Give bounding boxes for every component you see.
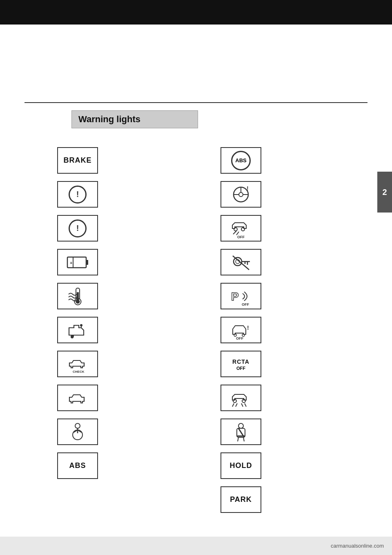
- left-column: BRAKE ! ! +: [41, 147, 204, 513]
- bottom-bar: carmanualsonline.com: [0, 537, 392, 555]
- svg-rect-1: [86, 260, 88, 265]
- svg-line-46: [243, 437, 244, 441]
- engine-malfunction-icon: [57, 385, 98, 411]
- oil-pressure-icon: [57, 317, 98, 343]
- airbag-icon: [57, 418, 98, 445]
- svg-text:OFF: OFF: [236, 336, 243, 340]
- svg-point-41: [238, 423, 243, 428]
- abs-label: ABS: [67, 461, 88, 471]
- slip-svg: [229, 388, 253, 408]
- circle-excl-1: !: [69, 186, 87, 204]
- svg-line-40: [245, 403, 246, 407]
- seatbelt-svg: [229, 422, 252, 442]
- abs-circle: ABS: [231, 151, 251, 170]
- seatbelt-icon: [220, 418, 261, 445]
- check-engine-icon: CHECK: [57, 351, 98, 377]
- page-container: 2 Warning lights BRAKE ! !: [0, 0, 392, 555]
- abs-circle-icon: ABS: [220, 147, 261, 174]
- warning-title: Warning lights: [78, 114, 140, 124]
- svg-line-39: [241, 403, 243, 407]
- icons-container: BRAKE ! ! +: [41, 147, 368, 513]
- slip-indicator-icon: [220, 385, 261, 411]
- svg-line-45: [238, 437, 238, 441]
- svg-text:+: +: [70, 260, 72, 265]
- coolant-icon: [57, 283, 98, 309]
- svg-text:P: P: [231, 290, 239, 303]
- hold-label: HOLD: [227, 461, 255, 471]
- parking-off-svg: P OFF: [229, 286, 253, 307]
- parking-sensor-off-icon: P OFF: [220, 283, 261, 309]
- hold-icon: HOLD: [220, 452, 261, 479]
- section-rule: [24, 102, 368, 103]
- battery-icon: +: [57, 249, 98, 275]
- svg-point-19: [241, 228, 245, 231]
- svg-text:OFF: OFF: [237, 235, 245, 239]
- steering-warning-icon: !: [220, 181, 261, 208]
- right-column: ABS !: [204, 147, 368, 513]
- svg-text:!: !: [247, 185, 249, 192]
- section-number: 2: [382, 188, 387, 197]
- bsd-svg: ! OFF: [229, 320, 253, 340]
- abs-text-icon: ABS: [57, 452, 98, 479]
- svg-point-18: [234, 228, 237, 231]
- svg-text:OFF: OFF: [242, 302, 249, 307]
- engine-svg: [65, 388, 90, 408]
- park-icon: PARK: [220, 486, 261, 513]
- svg-rect-6: [77, 292, 79, 300]
- oil-svg: [66, 320, 89, 340]
- key-svg: [229, 253, 252, 272]
- svg-point-8: [80, 324, 82, 327]
- airbag-svg: [66, 422, 89, 442]
- brake-icon: BRAKE: [57, 147, 98, 174]
- svg-point-13: [239, 192, 243, 197]
- bsd-off-icon: ! OFF: [220, 317, 261, 343]
- svg-point-10: [75, 423, 80, 428]
- watermark-text: carmanualsonline.com: [331, 543, 384, 549]
- park-label: PARK: [227, 495, 254, 505]
- traction-off-svg: OFF: [229, 218, 253, 239]
- svg-line-20: [233, 231, 236, 234]
- master-warning-icon-2: !: [57, 215, 98, 242]
- svg-line-21: [236, 232, 239, 235]
- rcta-off-icon: RCTA OFF: [220, 351, 261, 377]
- check-engine-svg: CHECK: [65, 354, 90, 374]
- svg-line-37: [232, 403, 234, 407]
- steering-svg: !: [229, 184, 252, 205]
- side-tab: 2: [377, 172, 392, 213]
- svg-line-28: [233, 256, 249, 270]
- battery-svg: +: [67, 255, 89, 270]
- traction-off-icon: OFF: [220, 215, 261, 242]
- rcta-label: RCTA: [230, 358, 252, 366]
- rcta-off-label: OFF: [236, 366, 245, 371]
- coolant-svg: [67, 286, 89, 307]
- svg-text:!: !: [247, 324, 249, 331]
- brake-label: BRAKE: [61, 155, 94, 166]
- warning-title-box: Warning lights: [71, 110, 198, 128]
- svg-line-38: [236, 403, 237, 407]
- svg-point-23: [234, 257, 242, 266]
- svg-text:CHECK: CHECK: [73, 370, 85, 374]
- circle-excl-2: !: [69, 219, 87, 237]
- top-bar: [0, 0, 392, 25]
- key-warning-icon: [220, 249, 261, 275]
- master-warning-icon-1: !: [57, 181, 98, 208]
